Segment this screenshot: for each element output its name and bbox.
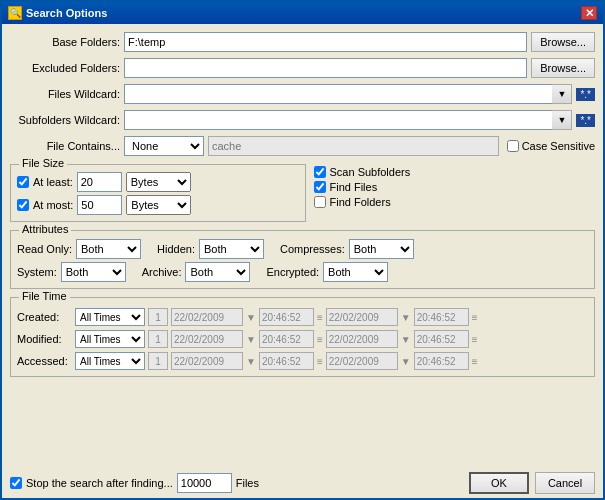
created-arr4: ≡ [472,312,478,323]
subfolders-wildcard-icon: *.* [576,114,595,127]
compresses-item: Compresses: BothYesNo [280,239,414,259]
files-wildcard-row: Files Wildcard: ▼ *.* [10,84,595,104]
find-folders-checkbox[interactable] [314,196,326,208]
files-wildcard-input[interactable] [124,84,552,104]
compresses-select[interactable]: BothYesNo [349,239,414,259]
file-contains-input [208,136,499,156]
system-item: System: BothYesNo [17,262,126,282]
files-wildcard-label: Files Wildcard: [10,88,120,100]
window-icon: 🔍 [8,6,22,20]
hidden-item: Hidden: BothYesNo [157,239,264,259]
accessed-time-select[interactable]: All TimesLast HourLast Day [75,352,145,370]
scan-subfolders-label: Scan Subfolders [330,166,411,178]
system-label: System: [17,266,57,278]
modified-time1-input [259,330,314,348]
created-arr1: ▼ [246,312,256,323]
at-most-input[interactable] [77,195,122,215]
created-time-select[interactable]: All TimesLast HourLast Day [75,308,145,326]
modified-date1-input [171,330,243,348]
at-least-checkbox[interactable] [17,176,29,188]
stop-value-input[interactable] [177,473,232,493]
attributes-legend: Attributes [19,223,71,235]
find-folders-label: Find Folders [330,196,391,208]
size-options-row: File Size At least: BytesKBMB At most: B… [10,162,595,222]
accessed-arr1: ▼ [246,356,256,367]
at-most-unit-select[interactable]: BytesKBMB [126,195,191,215]
at-least-label: At least: [33,176,73,188]
at-most-label: At most: [33,199,73,211]
file-contains-combo: None Contains [124,136,204,156]
at-least-unit-select[interactable]: BytesKBMB [126,172,191,192]
modified-arr4: ≡ [472,334,478,345]
scan-subfolders-checkbox[interactable] [314,166,326,178]
read-only-select[interactable]: BothYesNo [76,239,141,259]
attributes-grid: Read Only: BothYesNo Hidden: BothYesNo C… [17,239,588,282]
at-most-checkbox[interactable] [17,199,29,211]
attrs-row1: Read Only: BothYesNo Hidden: BothYesNo C… [17,239,588,259]
base-folder-browse-button[interactable]: Browse... [531,32,595,52]
cancel-button[interactable]: Cancel [535,472,595,494]
ok-cancel-buttons: OK Cancel [469,472,595,494]
find-files-label: Find Files [330,181,378,193]
time-rows: Created: All TimesLast HourLast Day ▼ ≡ … [17,306,588,370]
read-only-label: Read Only: [17,243,72,255]
created-time1-input [259,308,314,326]
file-time-group: File Time Created: All TimesLast HourLas… [10,297,595,377]
accessed-time1-input [259,352,314,370]
base-folder-input[interactable] [124,32,527,52]
subfolders-wildcard-dropdown-arrow[interactable]: ▼ [552,110,572,130]
accessed-num-input [148,352,168,370]
modified-num-input [148,330,168,348]
at-least-row: At least: BytesKBMB [17,172,299,192]
stop-row: Stop the search after finding... Files [10,473,463,493]
modified-label: Modified: [17,333,72,345]
close-button[interactable]: ✕ [581,6,597,20]
attributes-group: Attributes Read Only: BothYesNo Hidden: … [10,230,595,289]
encrypted-select[interactable]: BothYesNo [323,262,388,282]
file-contains-select[interactable]: None Contains [124,136,204,156]
system-select[interactable]: BothYesNo [61,262,126,282]
ok-button[interactable]: OK [469,472,529,494]
created-num-input [148,308,168,326]
hidden-select[interactable]: BothYesNo [199,239,264,259]
bottom-bar: Stop the search after finding... Files O… [2,468,603,498]
files-wildcard-dropdown-arrow[interactable]: ▼ [552,84,572,104]
find-files-checkbox[interactable] [314,181,326,193]
modified-date2-input [326,330,398,348]
created-label: Created: [17,311,72,323]
stop-checkbox[interactable] [10,477,22,489]
file-contains-label: File Contains... [10,140,120,152]
created-date1-input [171,308,243,326]
archive-select[interactable]: BothYesNo [185,262,250,282]
excluded-folders-row: Excluded Folders: Browse... [10,58,595,78]
encrypted-label: Encrypted: [266,266,319,278]
dialog-content: Base Folders: Browse... Excluded Folders… [2,24,603,468]
title-bar: 🔍 Search Options ✕ [2,2,603,24]
find-folders-row: Find Folders [314,196,596,208]
excluded-folder-browse-button[interactable]: Browse... [531,58,595,78]
accessed-date1-input [171,352,243,370]
excluded-folders-label: Excluded Folders: [10,62,120,74]
subfolders-wildcard-input[interactable] [124,110,552,130]
accessed-arr2: ≡ [317,356,323,367]
created-arr2: ≡ [317,312,323,323]
accessed-label: Accessed: [17,355,72,367]
title-bar-left: 🔍 Search Options [8,6,107,20]
files-wildcard-icon: *.* [576,88,595,101]
file-contains-row: File Contains... None Contains Case Sens… [10,136,595,156]
at-least-input[interactable] [77,172,122,192]
modified-time2-input [414,330,469,348]
base-folders-row: Base Folders: Browse... [10,32,595,52]
accessed-time2-input [414,352,469,370]
scan-subfolders-row: Scan Subfolders [314,166,596,178]
case-sensitive-checkbox[interactable] [507,140,519,152]
file-time-legend: File Time [19,290,70,302]
base-folders-label: Base Folders: [10,36,120,48]
accessed-row: Accessed: All TimesLast HourLast Day ▼ ≡… [17,352,588,370]
accessed-arr4: ≡ [472,356,478,367]
search-options-dialog: 🔍 Search Options ✕ Base Folders: Browse.… [0,0,605,500]
modified-time-select[interactable]: All TimesLast HourLast Day [75,330,145,348]
excluded-folder-input[interactable] [124,58,527,78]
window-title: Search Options [26,7,107,19]
archive-label: Archive: [142,266,182,278]
